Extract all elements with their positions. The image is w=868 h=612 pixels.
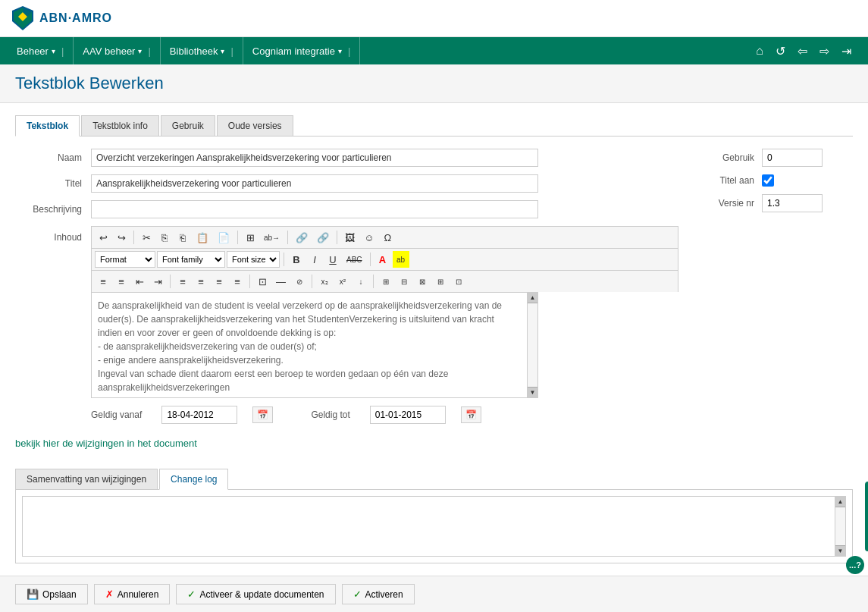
emoticon-btn[interactable]: ☺ [360,229,378,246]
changelog-scroll-down[interactable]: ▼ [835,545,845,556]
scroll-down-btn[interactable]: ▼ [528,387,537,397]
cut-btn[interactable]: ✂ [138,229,155,246]
block-btn[interactable]: ⊡ [254,273,271,290]
font-color-btn[interactable]: A [374,251,391,268]
gebruik-input[interactable] [762,149,823,167]
paste-btn[interactable]: 📋 [193,229,212,246]
naam-input[interactable] [91,149,538,167]
changelog-scroll-up[interactable]: ▲ [835,497,845,507]
titel-input[interactable] [91,174,538,193]
changelog-textarea[interactable] [22,496,835,557]
logo-area: ABN·AMRO [12,6,112,30]
geldig-tot-input[interactable] [370,406,446,424]
table-btn[interactable]: ⊞ [242,229,259,246]
paste-text-btn[interactable]: 📄 [214,229,233,246]
opslaan-button[interactable]: 💾 Opslaan [15,584,88,604]
tab-oude-versies[interactable]: Oude versies [217,115,293,136]
unlink-btn[interactable]: 🔗 [313,229,333,246]
pagebreak-btn[interactable]: ⊘ [291,273,308,290]
page-title-bar: Tekstblok Bewerken [0,64,868,103]
geldig-tot-calendar-btn[interactable]: 📅 [461,406,481,423]
bold-btn[interactable]: B [288,251,305,268]
refresh-icon[interactable]: ↺ [772,42,788,60]
outdent-btn[interactable]: ⇤ [131,273,148,290]
nav-bibliotheek[interactable]: Bibliotheek ▾ | [161,37,243,64]
align-center-btn[interactable]: ≡ [193,273,209,290]
redo-btn[interactable]: ↪ [113,229,130,246]
meta-panel: Gebruik Titel aan Versie nr [686,149,853,424]
italic-btn[interactable]: I [306,251,323,268]
nav-bar: Beheer ▾ | AAV beheer ▾ | Bibliotheek ▾ … [0,37,868,64]
tabs-container: Tekstblok Tekstblok info Gebruik Oude ve… [15,115,853,137]
date-row: Geldig vanaf 📅 Geldig tot 📅 [91,406,678,424]
gebruik-label: Gebruik [701,152,762,163]
scroll-up-btn[interactable]: ▲ [528,293,537,303]
font-size-select[interactable]: Font size [227,251,280,268]
strikethrough-btn[interactable]: ABC [343,251,366,268]
format-select[interactable]: Format [95,251,155,268]
wijzigingen-link[interactable]: bekijk hier de wijzigingen in het docume… [15,438,197,449]
nav-aav-beheer[interactable]: AAV beheer ▾ | [74,37,161,64]
tab-tekstblok-info[interactable]: Tekstblok info [81,115,159,136]
copy-btn[interactable]: ⎘ [156,229,173,246]
annuleren-button[interactable]: ✗ Annuleren [94,584,171,604]
changelog-scrollbar[interactable]: ▲ ▼ [835,496,846,557]
link-btn[interactable]: 🔗 [292,229,312,246]
tab-samenvatting[interactable]: Samenvatting van wijzigingen [15,469,158,489]
align-right-btn[interactable]: ≡ [211,273,227,290]
indent-btn[interactable]: ⇥ [149,273,166,290]
titel-aan-checkbox[interactable] [762,174,774,187]
exit-icon[interactable]: ⇥ [838,42,854,60]
activeer-update-button[interactable]: ✓ Activeer & update documenten [176,584,335,604]
table3-btn[interactable]: ⊟ [396,273,412,290]
sup-btn[interactable]: x² [334,273,351,290]
undo-btn[interactable]: ↩ [95,229,111,246]
nav-beheer[interactable]: Beheer ▾ | [8,37,74,64]
naam-field [91,149,678,167]
geldig-vanaf-calendar-btn[interactable]: 📅 [252,406,273,423]
tab-tekstblok[interactable]: Tekstblok [15,115,80,137]
image-btn[interactable]: 🖼 [341,229,359,246]
bottom-tabs-container: Samenvatting van wijzigingen Change log [15,469,853,490]
feedback-button[interactable]: Geef uw mening [865,482,868,551]
editor-content[interactable]: De aansprakelijkheid van de student is v… [91,292,528,398]
chevron-down-icon: ▾ [338,47,342,55]
help-button[interactable]: ...? [846,556,864,574]
underline-btn[interactable]: U [324,251,341,268]
sub-btn[interactable]: x₂ [316,273,333,290]
table2-btn[interactable]: ⊞ [378,273,394,290]
geldig-vanaf-label: Geldig vanaf [91,410,142,420]
editor-scrollbar[interactable]: ▲ ▼ [528,292,538,398]
chevron-down-icon: ▾ [52,47,55,55]
find-replace-btn[interactable]: ab→ [260,229,284,246]
arrow1-btn[interactable]: ↓ [353,273,369,290]
highlight-btn[interactable]: ab [393,251,409,268]
home-icon[interactable]: ⌂ [753,42,766,59]
forward-icon[interactable]: ⇨ [816,42,832,60]
ol-btn[interactable]: ≡ [95,273,111,290]
geldig-vanaf-input[interactable] [161,406,237,424]
versie-nr-input[interactable] [762,194,823,212]
beschrijving-input[interactable] [91,200,538,218]
special-char-btn[interactable]: Ω [379,229,396,246]
inhoud-row: Inhoud ↩ ↪ ✂ ⎘ ⎗ 📋 📄 ⊞ ab→ [15,226,678,398]
chevron-down-icon: ▾ [221,47,224,55]
nav-cogniam[interactable]: Cogniam integratie ▾ | [243,37,361,64]
table4-btn[interactable]: ⊠ [414,273,431,290]
versie-nr-label: Versie nr [701,198,762,209]
font-family-select[interactable]: Font family [157,251,225,268]
changelog-scroll-track [835,507,845,545]
editor-toolbar-row1: ↩ ↪ ✂ ⎘ ⎗ 📋 📄 ⊞ ab→ 🔗 🔗 [91,226,678,248]
align-justify-btn[interactable]: ≡ [229,273,246,290]
table6-btn[interactable]: ⊡ [450,273,467,290]
tab-gebruik[interactable]: Gebruik [161,115,215,136]
copy2-btn[interactable]: ⎗ [174,229,191,246]
align-left-btn[interactable]: ≡ [174,273,191,290]
chevron-down-icon: ▾ [138,47,142,55]
back-icon[interactable]: ⇦ [794,42,810,60]
hr-btn[interactable]: — [272,273,290,290]
tab-changelog[interactable]: Change log [159,469,228,490]
activeren-button[interactable]: ✓ Activeren [342,584,415,604]
ul-btn[interactable]: ≡ [113,273,130,290]
table5-btn[interactable]: ⊞ [432,273,449,290]
